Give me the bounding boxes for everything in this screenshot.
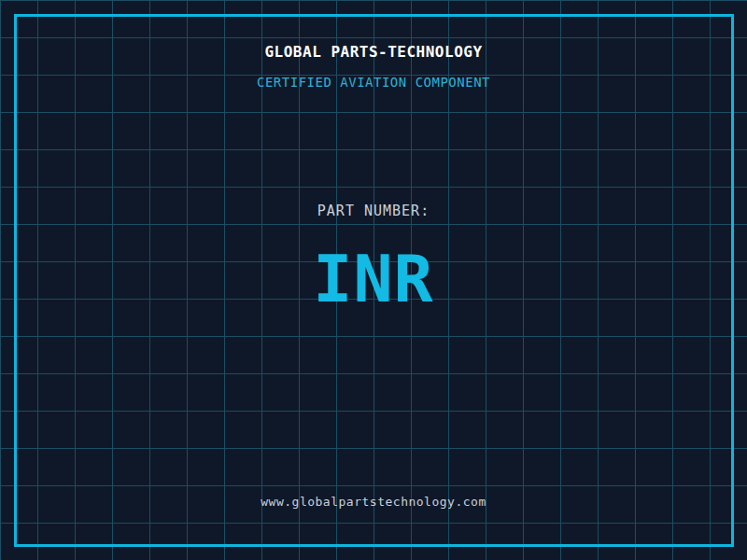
certification-subtitle: CERTIFIED AVIATION COMPONENT (0, 75, 747, 90)
website-url: www.globalpartstechnology.com (0, 495, 747, 509)
company-name: GLOBAL PARTS-TECHNOLOGY (0, 43, 747, 61)
part-label-page: GLOBAL PARTS-TECHNOLOGY CERTIFIED AVIATI… (0, 0, 747, 560)
part-number-label: PART NUMBER: (0, 203, 747, 219)
part-number-value: INR (0, 241, 747, 317)
